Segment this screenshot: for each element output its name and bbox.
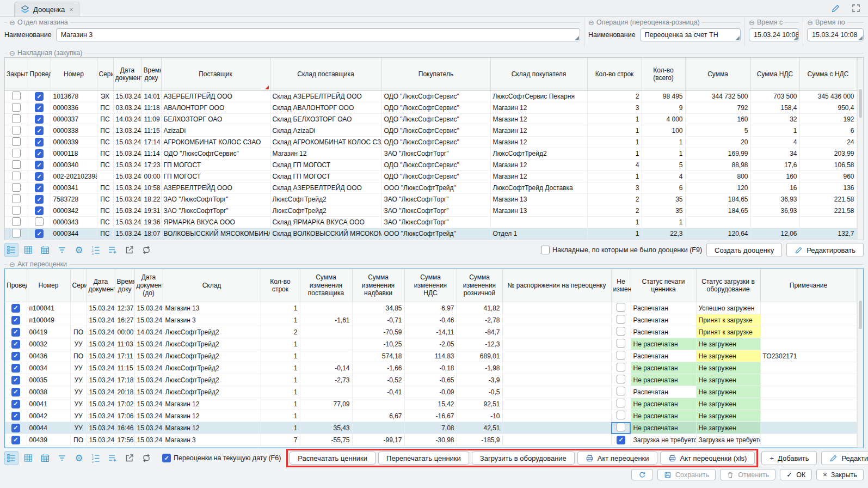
closed-checkbox[interactable]: [12, 160, 21, 169]
filter-icon[interactable]: [55, 451, 69, 465]
act-table-row[interactable]: п10004915.03.2416:2715.03.24Магазин 31-1…: [5, 314, 857, 326]
cell-number[interactable]: 0000336: [51, 102, 97, 114]
cell-qty-total[interactable]: 1: [642, 148, 685, 160]
cell-note[interactable]: ТО2302171: [760, 350, 857, 362]
cell-note[interactable]: [760, 398, 857, 410]
cell-number[interactable]: 0000344: [51, 228, 97, 240]
cell-sum-vat[interactable]: 36,93: [750, 194, 799, 205]
cell-number[interactable]: 00035: [27, 374, 70, 386]
cell-supplier-warehouse[interactable]: Склад БЕЛХОЗТОРГ ОАО: [270, 114, 381, 125]
edit-act-button[interactable]: Редактировать: [821, 451, 868, 465]
cell-doc-time[interactable]: 11:03: [115, 338, 134, 350]
col-header-buyer-warehouse[interactable]: Склад покупателя: [490, 58, 587, 91]
cell-series[interactable]: УУ: [70, 410, 87, 422]
filter-icon[interactable]: [55, 243, 69, 257]
cell-doc-date[interactable]: 15.03.24: [113, 182, 141, 194]
cell-note[interactable]: [760, 302, 857, 314]
cell-sum[interactable]: 20: [685, 137, 750, 148]
cell-supplier[interactable]: АВАЛОНТОРГ ООО: [161, 102, 270, 114]
cell-load-status[interactable]: Не загружен: [696, 410, 760, 422]
no-markup-filter-checkbox[interactable]: Накладные, по которым не было дооценки (…: [541, 246, 702, 254]
cell-sum-vat[interactable]: -2,05: [404, 338, 457, 350]
cell-sum-vat[interactable]: 4: [750, 137, 799, 148]
cell-sum-vat[interactable]: 6,97: [404, 302, 457, 314]
cell-line-count[interactable]: 2: [261, 326, 300, 338]
cell-warehouse[interactable]: Магазин 12: [163, 398, 261, 410]
cell-no-change[interactable]: [611, 434, 631, 446]
cell-doc-time[interactable]: 16:27: [115, 314, 134, 326]
cell-qty-total[interactable]: 98 495: [642, 91, 685, 102]
cell-supplier-warehouse[interactable]: Склад ГП МОГОСТ: [270, 171, 381, 182]
posted-checkbox[interactable]: [11, 412, 20, 420]
cell-number[interactable]: 00034: [27, 362, 70, 374]
invoice-table-row[interactable]: 0000339ПС15.03.2417:14АГРОКОМБИНАТ КОЛОС…: [5, 137, 857, 148]
cell-print-status[interactable]: Не распечатан: [631, 362, 696, 374]
add-row-icon[interactable]: [106, 451, 120, 465]
cell-buyer-warehouse[interactable]: ЛюксСофтСервис Пекарня: [490, 91, 587, 102]
cell-posted[interactable]: [28, 102, 51, 114]
cell-print-status[interactable]: Распечатан: [631, 326, 696, 338]
cell-load-status[interactable]: Принят к загрузке: [696, 326, 760, 338]
cell-number[interactable]: 00041: [27, 398, 70, 410]
cell-posted[interactable]: [28, 194, 51, 205]
invoice-table-row[interactable]: 0000336ПС03.03.2411:18АВАЛОНТОРГ ОООСкла…: [5, 102, 857, 114]
posted-checkbox[interactable]: [11, 436, 20, 444]
load-to-equipment-button[interactable]: Загрузить в оборудование: [472, 452, 575, 465]
cell-doc-time[interactable]: 11:15: [115, 362, 134, 374]
cell-buyer-warehouse[interactable]: ЛюксСофтТрейд Доставка: [490, 182, 587, 194]
cell-closed[interactable]: [5, 91, 28, 102]
cell-sum-retail[interactable]: -10: [457, 410, 502, 422]
cell-order-number[interactable]: [502, 362, 611, 374]
save-button[interactable]: Сохранить: [657, 469, 716, 480]
cell-line-count[interactable]: 1: [261, 350, 300, 362]
cell-posted[interactable]: [28, 137, 51, 148]
posted-checkbox[interactable]: [11, 316, 20, 325]
cell-print-status[interactable]: Не распечатан: [631, 422, 696, 434]
cell-sum-vat[interactable]: [750, 217, 799, 228]
posted-checkbox[interactable]: [11, 340, 20, 349]
cell-posted[interactable]: [5, 434, 27, 446]
cell-sum-vat[interactable]: 32: [750, 114, 799, 125]
cell-doc-date[interactable]: 15.03.24: [113, 205, 141, 217]
cell-no-change[interactable]: [611, 314, 631, 326]
cell-no-change[interactable]: [611, 374, 631, 386]
act-report-button[interactable]: Акт переоценки: [577, 452, 657, 465]
cell-series[interactable]: ЭХ: [97, 91, 113, 102]
cell-series[interactable]: ПО: [70, 350, 87, 362]
cell-closed[interactable]: [5, 160, 28, 171]
cell-doc-date[interactable]: 15.03.24: [113, 171, 141, 182]
invoice-table-row[interactable]: 0000337ПС14.03.2411:09БЕЛХОЗТОРГ ОАОСкла…: [5, 114, 857, 125]
cell-number[interactable]: п100049: [27, 314, 70, 326]
cell-sum-retail[interactable]: -84,7: [457, 326, 502, 338]
posted-checkbox[interactable]: [11, 424, 20, 432]
calendar-view-icon[interactable]: [38, 451, 52, 465]
invoice-table-row[interactable]: 7583728ПС15.03.2418:22ЗАО "ЛюксСофтТорг"…: [5, 194, 857, 205]
close-button[interactable]: × Закрыть: [816, 469, 864, 480]
cell-doc-time[interactable]: 00:00: [115, 326, 134, 338]
invoice-table-row[interactable]: 0000343ПС15.03.2419:36ЯРМАРКА ВКУСА ОООС…: [5, 217, 857, 228]
cell-closed[interactable]: [5, 114, 28, 125]
cell-sum-with-vat[interactable]: 960: [799, 171, 857, 182]
cell-doc-date-to[interactable]: 15.03.24: [134, 314, 163, 326]
cell-order-number[interactable]: [502, 314, 611, 326]
act-table-row[interactable]: п10004115.03.2412:3715.03.24Магазин 1313…: [5, 302, 857, 314]
cell-line-count[interactable]: 1: [261, 314, 300, 326]
cell-doc-time[interactable]: 11:15: [141, 125, 161, 137]
invoice-table-row[interactable]: 0000118ПС15.03.2411:14ОДО "ЛюксСофтСерви…: [5, 148, 857, 160]
cell-series[interactable]: УУ: [70, 422, 87, 434]
cell-sum-supplier[interactable]: [300, 302, 352, 314]
cell-number[interactable]: 0000342: [51, 205, 97, 217]
no-change-checkbox[interactable]: [617, 375, 625, 383]
cell-supplier-warehouse[interactable]: Склад АЗЕРБЕЛТРЕЙД ООО: [270, 91, 381, 102]
cell-posted[interactable]: [5, 302, 27, 314]
cell-supplier-warehouse[interactable]: Склад ГП МОГОСТ: [270, 160, 381, 171]
cell-order-number[interactable]: [502, 410, 611, 422]
cell-sum-vat[interactable]: -0,46: [404, 314, 457, 326]
cell-doc-time[interactable]: 20:18: [115, 386, 134, 398]
no-change-checkbox[interactable]: [617, 399, 625, 407]
col-header-doc-time[interactable]: Время доку: [141, 58, 161, 91]
cell-doc-time[interactable]: 17:14: [141, 137, 161, 148]
cell-sum-markup[interactable]: -99,17: [352, 434, 404, 446]
cell-sum[interactable]: 120,64: [685, 228, 750, 240]
cell-sum[interactable]: [685, 217, 750, 228]
